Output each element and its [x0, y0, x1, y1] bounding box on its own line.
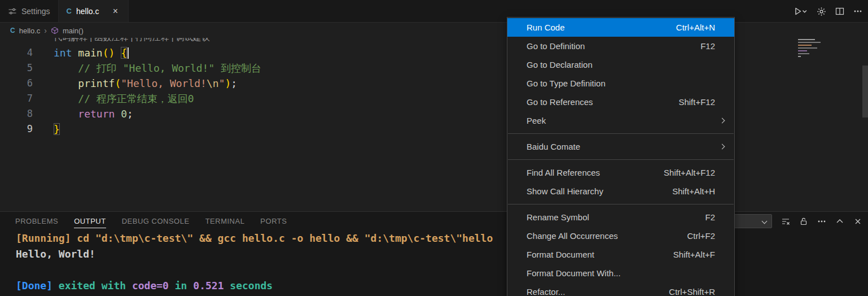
line-number: 9 [0, 121, 33, 137]
panel-tab-problems[interactable]: PROBLEMS [15, 214, 58, 228]
tab-hello-c[interactable]: Chello.c× [59, 0, 129, 22]
menu-item-label: Peek [527, 116, 546, 125]
split-editor-icon[interactable] [835, 7, 844, 16]
clear-output-icon[interactable] [781, 217, 790, 226]
code-text: } [33, 121, 60, 137]
panel-tab-output[interactable]: OUTPUT [74, 214, 106, 228]
breadcrumb-file[interactable]: hello.c [19, 27, 41, 35]
output-line [16, 262, 493, 278]
menu-item-rename-symbol[interactable]: Rename SymbolF2 [507, 208, 734, 227]
menu-item-shortcut: Ctrl+F2 [687, 231, 715, 241]
menu-item-shortcut: F12 [700, 41, 715, 51]
output-line: [Done] exited with code=0 in 0.521 secon… [16, 278, 493, 294]
output-line: [Running] cd "d:\tmp\c-test\" && gcc hel… [16, 230, 493, 246]
menu-item-label: Go to References [527, 97, 593, 107]
tab-settings[interactable]: Settings [0, 0, 59, 22]
chevron-right-icon: › [44, 26, 47, 35]
menu-item-go-to-declaration[interactable]: Go to Declaration [507, 55, 734, 74]
more-actions-icon[interactable] [817, 217, 826, 226]
menu-item-change-all-occurrences[interactable]: Change All OccurrencesCtrl+F2 [507, 227, 734, 245]
code-line[interactable]: 9} [0, 121, 261, 137]
menu-item-label: Format Document [527, 250, 594, 259]
bottom-panel: PROBLEMSOUTPUTDEBUG CONSOLETERMINALPORTS… [0, 211, 868, 296]
code-line[interactable]: 5 // 打印 "Hello, World!" 到控制台 [0, 60, 261, 76]
editor-scrollbar-thumb[interactable] [862, 66, 868, 117]
menu-item-label: Change All Occurrences [527, 231, 618, 241]
menu-item-label: Refactor... [527, 287, 565, 296]
line-number: 5 [0, 60, 33, 76]
menu-item-shortcut: Shift+F12 [678, 97, 715, 107]
menu-item-peek[interactable]: Peek [507, 111, 734, 130]
editor-actions [794, 0, 862, 23]
code-line[interactable]: 4int main() { [0, 45, 261, 60]
minimap-line [798, 42, 821, 43]
panel-tab-terminal[interactable]: TERMINAL [205, 214, 245, 228]
menu-item-label: Go to Declaration [527, 60, 593, 69]
menu-item-find-all-references[interactable]: Find All ReferencesShift+Alt+F12 [507, 163, 734, 182]
menu-separator [508, 133, 734, 134]
menu-item-format-document[interactable]: Format DocumentShift+Alt+F [507, 245, 734, 264]
code-text: printf("Hello, World!\n"); [33, 76, 237, 91]
code-text: // 打印 "Hello, World!" 到控制台 [33, 60, 261, 76]
menu-item-label: Run Code [527, 23, 565, 32]
menu-item-label: Find All References [527, 168, 600, 177]
code-line[interactable]: 7 // 程序正常结束，返回0 [0, 91, 261, 106]
menu-item-run-code[interactable]: Run CodeCtrl+Alt+N [507, 18, 734, 37]
menu-item-shortcut: F2 [705, 212, 715, 222]
c-file-icon: C [10, 27, 15, 34]
menu-item-format-document-with[interactable]: Format Document With... [507, 264, 734, 282]
menu-item-shortcut: Ctrl+Alt+N [676, 23, 715, 32]
code-line[interactable]: 8 return 0; [0, 106, 261, 121]
more-actions-icon[interactable] [853, 7, 862, 16]
minimap-line [798, 56, 801, 57]
vscode-window: { "titlebar": { "tabs": [ {"label": "Set… [0, 0, 868, 296]
line-number: 6 [0, 76, 33, 91]
close-panel-icon[interactable] [853, 217, 862, 226]
panel-tab-ports[interactable]: PORTS [260, 214, 287, 228]
tab-label: Settings [21, 7, 50, 16]
chevron-down-icon [762, 218, 768, 224]
minimap-line [798, 45, 812, 46]
code-text: return 0; [33, 106, 133, 121]
menu-item-go-to-references[interactable]: Go to ReferencesShift+F12 [507, 93, 734, 111]
menu-item-baidu-comate[interactable]: Baidu Comate [507, 137, 734, 156]
code-editor[interactable]: 4int main() {5 // 打印 "Hello, World!" 到控制… [0, 45, 261, 137]
c-file-icon: C [67, 7, 72, 15]
output-content[interactable]: [Running] cd "d:\tmp\c-test\" && gcc hel… [16, 230, 493, 294]
menu-item-shortcut: Ctrl+Shift+R [669, 287, 715, 296]
tab-bar-tabs: SettingsChello.c× [0, 0, 129, 22]
menu-item-label: Format Document With... [527, 268, 621, 278]
text-cursor [128, 47, 129, 59]
panel-tabs: PROBLEMSOUTPUTDEBUG CONSOLETERMINALPORTS [15, 214, 287, 228]
minimap[interactable] [798, 39, 861, 59]
breadcrumb-symbol[interactable]: main() [63, 27, 84, 35]
menu-item-shortcut: Shift+Alt+F12 [664, 168, 715, 177]
menu-item-shortcut: Shift+Alt+H [672, 186, 715, 196]
menu-item-show-call-hierarchy[interactable]: Show Call HierarchyShift+Alt+H [507, 182, 734, 201]
menu-item-label: Rename Symbol [527, 212, 589, 222]
minimap-line [798, 50, 807, 51]
menu-item-shortcut: Shift+Alt+F [673, 250, 715, 259]
symbol-method-icon [51, 27, 59, 34]
close-icon[interactable]: × [110, 7, 120, 16]
settings-sliders-icon [8, 7, 17, 16]
minimap-line [798, 53, 809, 54]
submenu-chevron-icon [720, 143, 725, 149]
panel-tab-debug-console[interactable]: DEBUG CONSOLE [122, 214, 190, 228]
line-number: 4 [0, 45, 33, 60]
run-icon[interactable] [794, 7, 808, 16]
breadcrumb: C hello.c › main() [0, 23, 868, 38]
menu-item-label: Show Call Hierarchy [527, 186, 603, 196]
line-number: 7 [0, 91, 33, 106]
menu-item-refactor[interactable]: Refactor...Ctrl+Shift+R [507, 282, 734, 296]
gear-icon[interactable] [817, 7, 826, 16]
maximize-panel-icon[interactable] [835, 217, 844, 226]
menu-item-go-to-definition[interactable]: Go to DefinitionF12 [507, 37, 734, 55]
editor-tab-bar: SettingsChello.c× [0, 0, 868, 23]
unlock-icon[interactable] [799, 217, 808, 226]
menu-item-go-to-type-definition[interactable]: Go to Type Definition [507, 74, 734, 93]
code-text: int main() { [33, 45, 129, 60]
code-line[interactable]: 6 printf("Hello, World!\n"); [0, 76, 261, 91]
minimap-line [798, 47, 817, 49]
panel-header: PROBLEMSOUTPUTDEBUG CONSOLETERMINALPORTS [0, 212, 868, 230]
